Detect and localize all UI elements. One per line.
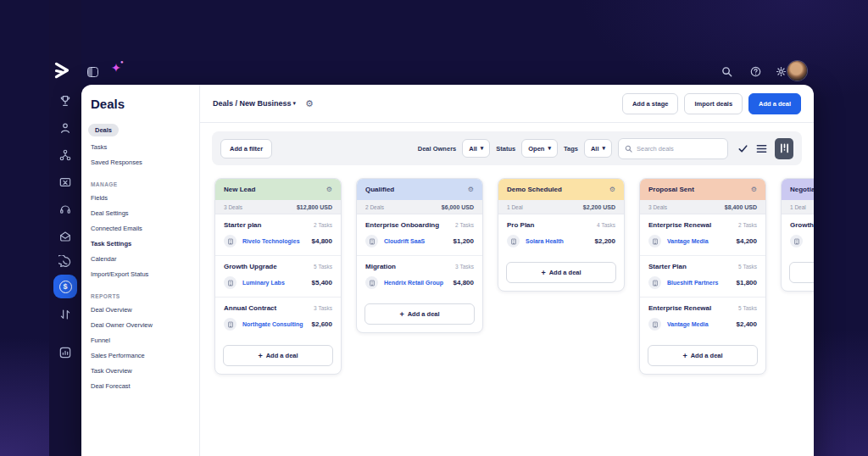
deal-company-link[interactable]: Vantage Media: [667, 321, 709, 327]
contacts-icon[interactable]: [58, 121, 72, 135]
add-filter-button[interactable]: Add a filter: [220, 139, 272, 158]
search-icon[interactable]: [721, 66, 732, 77]
app-window: Deals Deals Tasks Saved Responses MANAGE…: [81, 85, 814, 456]
sidebar-item-sales-performance[interactable]: Sales Performance: [81, 348, 199, 363]
deal-title: Starter plan: [224, 221, 261, 229]
deal-tasks: 5 Tasks: [738, 264, 757, 270]
org-chart-icon[interactable]: [58, 148, 72, 162]
deal-amount: $2,600: [312, 320, 332, 328]
deal-card[interactable]: Growth Upgrade 5 Tasks Luminary Labs $5,…: [215, 255, 341, 297]
chat-icon[interactable]: [58, 255, 72, 269]
add-stage-button[interactable]: Add a stage: [622, 93, 679, 114]
column-deal-count: 3 Deals: [224, 204, 242, 210]
sidebar-item-deal-forecast[interactable]: Deal Forecast: [81, 378, 199, 393]
breadcrumb[interactable]: Deals / New Business: [213, 99, 292, 108]
sidebar-item-fields[interactable]: Fields: [81, 190, 199, 205]
settings-icon[interactable]: [776, 66, 787, 77]
status-select[interactable]: Open ▾: [521, 139, 558, 158]
column-settings-icon[interactable]: ⚙: [468, 186, 474, 193]
sidebar-item-import-export-status[interactable]: Import/Export Status: [81, 266, 199, 281]
add-deal-column-button[interactable]: +Add a deal: [789, 262, 814, 283]
help-icon[interactable]: [750, 66, 761, 77]
deal-card[interactable]: Pro Plan 4 Tasks Solara Health $2,200: [498, 214, 624, 255]
deal-card[interactable]: Starter Plan 5 Tasks Blueshift Partners …: [640, 255, 765, 297]
analytics-icon[interactable]: [58, 346, 72, 359]
deal-tasks: 2 Tasks: [455, 222, 474, 228]
sidebar-title: Deals: [91, 97, 199, 111]
deal-tasks: 3 Tasks: [455, 264, 474, 270]
column-settings-icon[interactable]: ⚙: [751, 186, 757, 193]
deal-card[interactable]: Enterprise Renewal 2 Tasks Vantage Media…: [640, 214, 765, 255]
campaign-icon[interactable]: [58, 175, 72, 189]
sidebar-item-deal-overview[interactable]: Deal Overview: [81, 302, 199, 317]
deal-card[interactable]: Enterprise Renewal 5 Tasks Vantage Media…: [640, 297, 765, 338]
deal-tasks: 5 Tasks: [314, 264, 332, 270]
import-deals-button[interactable]: Import deals: [684, 93, 743, 114]
column-settings-icon[interactable]: ⚙: [326, 186, 332, 193]
deal-company-link[interactable]: Blueshift Partners: [667, 280, 718, 286]
sidebar-item-deal-settings[interactable]: Deal Settings: [81, 205, 199, 220]
deal-company-link[interactable]: Rivelo Technologies: [242, 238, 300, 244]
kanban-column-qualified: Qualified ⚙ 2 Deals $6,000 USD Enterpris…: [356, 178, 483, 333]
add-deal-column-button[interactable]: +Add a deal: [506, 262, 616, 283]
sidebar-section-reports: REPORTS: [91, 293, 199, 299]
add-deal-column-button[interactable]: +Add a deal: [364, 303, 475, 325]
swap-icon[interactable]: [58, 308, 72, 321]
deals-icon[interactable]: $: [53, 275, 77, 298]
deal-owners-select[interactable]: All ▾: [462, 139, 490, 158]
sidebar-item-task-settings[interactable]: Task Settings: [81, 236, 199, 251]
deal-company-link[interactable]: Solara Health: [526, 238, 564, 244]
pipeline-settings-icon[interactable]: ⚙: [305, 99, 314, 108]
company-icon: [365, 235, 378, 247]
search-deals-input[interactable]: [637, 145, 721, 153]
deal-card[interactable]: Annual Contract 3 Tasks Northgate Consul…: [215, 297, 341, 338]
deal-company-link[interactable]: Vantage Media: [667, 238, 709, 244]
add-deal-column-button[interactable]: +Add a deal: [223, 345, 333, 366]
column-settings-icon[interactable]: ⚙: [609, 186, 615, 193]
column-summary: 1 Deal $2,200 USD: [498, 200, 624, 214]
check-icon[interactable]: [737, 143, 748, 154]
panel-toggle-icon[interactable]: [87, 67, 98, 77]
column-summary: 3 Deals $8,400 USD: [640, 200, 765, 214]
deal-company-link[interactable]: Northgate Consulting: [242, 321, 303, 327]
deal-title: Enterprise Renewal: [648, 304, 711, 312]
deal-amount: $5,400: [312, 279, 332, 286]
add-deal-column-button[interactable]: +Add a deal: [648, 345, 758, 366]
deal-company-link[interactable]: Hendrix Retail Group: [384, 280, 443, 286]
sidebar-item-deal-owner-overview[interactable]: Deal Owner Overview: [81, 317, 199, 332]
column-summary: 3 Deals $12,800 USD: [215, 200, 341, 214]
deal-card[interactable]: Enterprise Onboarding 2 Tasks Cloudrift …: [357, 214, 482, 255]
column-header: Qualified ⚙: [357, 179, 482, 200]
deal-card[interactable]: Growth Upgrade: [782, 214, 814, 255]
avatar[interactable]: [787, 61, 807, 81]
inbox-icon[interactable]: [58, 230, 72, 243]
kanban-view-icon[interactable]: [775, 138, 793, 159]
sidebar-item-task-overview[interactable]: Task Overview: [81, 363, 199, 378]
sidebar-item-deals[interactable]: Deals: [81, 124, 199, 136]
search-deals-box[interactable]: [618, 138, 728, 159]
sidebar-item-saved-responses[interactable]: Saved Responses: [81, 154, 199, 170]
company-icon: [224, 318, 236, 331]
add-deal-button[interactable]: Add a deal: [748, 93, 801, 114]
page: ✦●: [0, 0, 868, 456]
sidebar-item-tasks[interactable]: Tasks: [81, 139, 199, 154]
sparkle-icon[interactable]: ✦●: [111, 61, 121, 75]
headset-icon[interactable]: [58, 203, 72, 216]
deal-card[interactable]: Starter plan 2 Tasks Rivelo Technologies…: [215, 214, 341, 255]
deal-company-link[interactable]: Cloudrift SaaS: [384, 238, 425, 244]
trophy-icon[interactable]: [58, 94, 72, 108]
deal-card[interactable]: Migration 3 Tasks Hendrix Retail Group $…: [357, 255, 482, 297]
sidebar-section-manage: MANAGE: [91, 181, 199, 187]
tags-label: Tags: [564, 145, 578, 153]
list-view-icon[interactable]: [756, 143, 767, 154]
column-title: Qualified: [365, 186, 394, 193]
column-deal-count: 3 Deals: [648, 204, 667, 210]
sidebar-item-funnel[interactable]: Funnel: [81, 332, 199, 348]
company-icon: [648, 235, 661, 247]
sidebar-item-connected-emails[interactable]: Connected Emails: [81, 220, 199, 236]
deal-company-link[interactable]: Luminary Labs: [242, 280, 285, 286]
sidebar-item-calendar[interactable]: Calendar: [81, 251, 199, 266]
tags-select[interactable]: All ▾: [584, 139, 612, 158]
deal-tasks: 5 Tasks: [738, 305, 757, 311]
filter-bar: Add a filter Deal Owners All ▾ Status Op…: [212, 131, 802, 165]
